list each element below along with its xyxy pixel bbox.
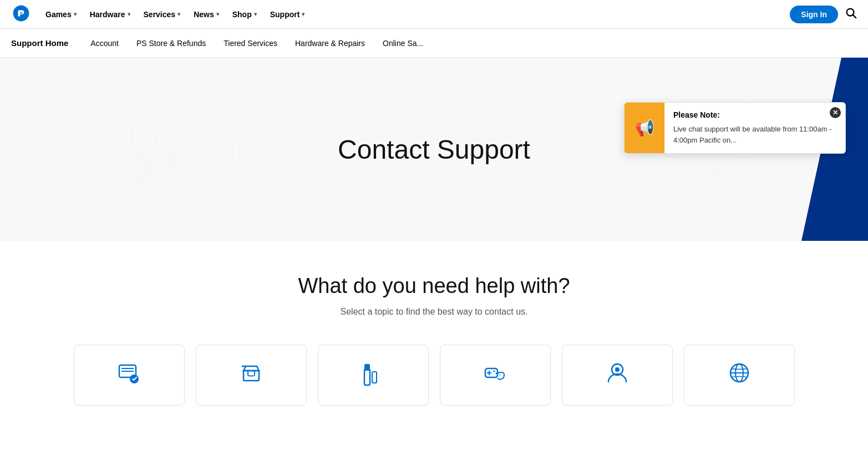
notification-icon-bg: 📢 — [625, 103, 664, 153]
second-nav-links: Account PS Store & Refunds Tiered Servic… — [90, 39, 423, 48]
svg-point-38 — [495, 372, 497, 374]
svg-point-37 — [493, 370, 495, 372]
card-online[interactable] — [684, 345, 795, 406]
chevron-down-icon: ▾ — [302, 11, 304, 17]
notification-text: Live chat support will be available from… — [673, 124, 836, 145]
chevron-down-icon: ▾ — [216, 11, 219, 17]
svg-point-6 — [173, 131, 182, 140]
support-navigation: Support Home Account PS Store & Refunds … — [0, 29, 868, 58]
svg-point-25 — [713, 155, 740, 183]
nav-hardware[interactable]: Hardware ▾ — [84, 7, 136, 22]
svg-rect-32 — [364, 364, 370, 371]
nav-account[interactable]: Account — [90, 39, 119, 48]
search-icon — [845, 7, 857, 19]
svg-point-11 — [135, 153, 142, 160]
svg-point-12 — [148, 165, 154, 172]
svg-point-16 — [179, 159, 185, 165]
card-console[interactable] — [318, 345, 429, 406]
section-title: What do you need help with? — [11, 274, 857, 298]
sign-in-button[interactable]: Sign In — [790, 6, 838, 23]
globe-icon — [726, 360, 753, 391]
svg-point-4 — [155, 113, 200, 158]
gaming-icon: ♪ — [482, 360, 509, 391]
store-icon — [238, 360, 265, 391]
notification-popup: 📢 Please Note: Live chat support will be… — [624, 102, 846, 154]
nav-support[interactable]: Support ▾ — [265, 7, 311, 22]
svg-point-9 — [147, 155, 175, 183]
chevron-down-icon: ▾ — [74, 11, 77, 17]
svg-point-13 — [135, 178, 142, 184]
hero-title: Contact Support — [338, 134, 530, 165]
support-home-link[interactable]: Support Home — [11, 38, 68, 48]
nav-tiered-services[interactable]: Tiered Services — [224, 39, 277, 48]
section-subtitle: Select a topic to find the best way to c… — [11, 307, 857, 317]
top-nav-right: Sign In — [790, 6, 857, 23]
nav-links: Games ▾ Hardware ▾ Services ▾ News ▾ Sho… — [40, 7, 790, 22]
megaphone-icon: 📢 — [635, 119, 654, 137]
svg-text:♪: ♪ — [499, 372, 501, 377]
account-icon — [116, 360, 143, 391]
svg-point-8 — [125, 155, 153, 183]
notification-close-button[interactable]: ✕ — [830, 107, 841, 118]
svg-point-41 — [615, 367, 620, 372]
svg-rect-31 — [364, 370, 370, 385]
svg-point-3 — [89, 113, 133, 158]
svg-rect-33 — [372, 372, 377, 383]
profile-icon — [604, 360, 631, 391]
nav-news[interactable]: News ▾ — [188, 7, 225, 22]
notification-content: Please Note: Live chat support will be a… — [664, 103, 845, 153]
svg-point-5 — [106, 131, 115, 140]
svg-point-24 — [691, 155, 718, 183]
svg-rect-7 — [130, 122, 158, 138]
nav-ps-store[interactable]: PS Store & Refunds — [136, 39, 206, 48]
nav-services[interactable]: Services ▾ — [138, 7, 186, 22]
chevron-down-icon: ▾ — [177, 11, 180, 17]
playstation-logo — [11, 3, 40, 26]
search-button[interactable] — [845, 7, 857, 22]
svg-point-14 — [166, 159, 171, 165]
card-ps-store[interactable] — [196, 345, 307, 406]
chevron-down-icon: ▾ — [254, 11, 257, 17]
svg-line-1 — [853, 15, 856, 18]
card-account[interactable] — [74, 345, 185, 406]
card-gaming[interactable]: ♪ — [440, 345, 551, 406]
card-profile[interactable] — [562, 345, 673, 406]
console-icon — [360, 360, 387, 391]
nav-online-safety[interactable]: Online Sa... — [383, 39, 423, 48]
svg-point-10 — [123, 165, 130, 172]
top-navigation: Games ▾ Hardware ▾ Services ▾ News ▾ Sho… — [0, 0, 868, 29]
nav-games[interactable]: Games ▾ — [40, 7, 82, 22]
chevron-down-icon: ▾ — [128, 11, 130, 17]
nav-shop[interactable]: Shop ▾ — [227, 7, 262, 22]
svg-point-2 — [55, 91, 233, 213]
main-content: What do you need help with? Select a top… — [0, 241, 868, 428]
topic-cards: ♪ — [11, 345, 857, 406]
notification-title: Please Note: — [673, 110, 836, 119]
hero-section: Contact Support 📢 Please Note: Live chat… — [0, 58, 868, 241]
svg-point-17 — [172, 166, 178, 171]
nav-hardware-repairs[interactable]: Hardware & Repairs — [295, 39, 365, 48]
